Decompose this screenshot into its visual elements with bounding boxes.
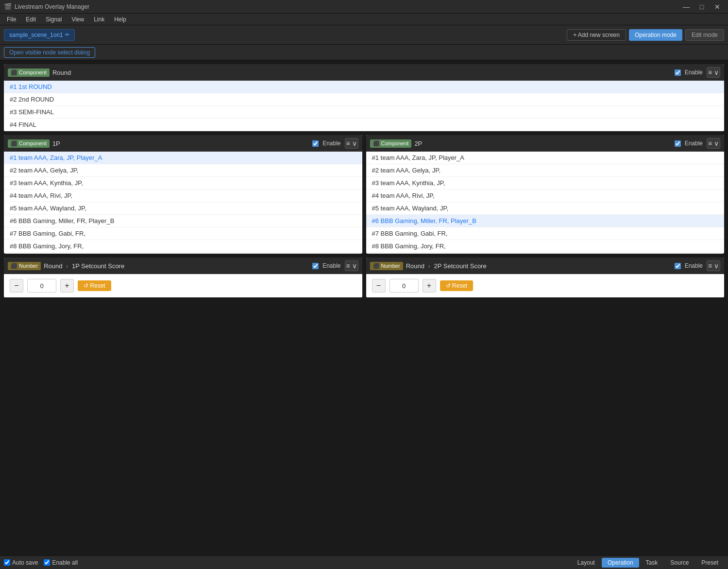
score2-increment-button[interactable]: + (423, 279, 436, 293)
list-item[interactable]: #6 BBB Gaming, Miller, FR, Player_B (366, 215, 725, 227)
score2-decrement-button[interactable]: − (372, 279, 386, 293)
score2-panel-controls: Enable ≡ ∨ (675, 260, 720, 271)
add-screen-button[interactable]: + Add new screen (567, 29, 626, 41)
player1-enable-label: Enable (322, 140, 340, 147)
menu-signal[interactable]: Signal (41, 15, 67, 24)
player1-panel-title: 1P (52, 140, 60, 147)
round-panel-header: ⬛ Component Round Enable ≡ ∨ (4, 64, 724, 81)
tab-task[interactable]: Task (640, 558, 664, 568)
menu-help[interactable]: Help (109, 15, 131, 24)
window-controls: — □ ✕ (679, 1, 724, 12)
player2-enable-checkbox[interactable] (675, 140, 681, 147)
player1-menu-button[interactable]: ≡ ∨ (345, 138, 358, 149)
player1-panel: ⬛ Component 1P Enable ≡ ∨ #1 team AAA, Z… (4, 135, 362, 254)
toolbar-right: + Add new screen Operation mode Edit mod… (567, 29, 724, 41)
maximize-button[interactable]: □ (695, 1, 709, 12)
score2-reset-button[interactable]: ↺ Reset (440, 280, 474, 291)
round-menu-button[interactable]: ≡ ∨ (707, 67, 720, 78)
close-button[interactable]: ✕ (711, 1, 724, 12)
score2-number-badge: ⬛ Number (370, 262, 403, 270)
list-item[interactable]: #6 BBB Gaming, Miller, FR, Player_B (4, 215, 362, 227)
list-item[interactable]: #9 BBB Gaming, Milicent, FR, (4, 253, 362, 254)
list-item[interactable]: #7 BBB Gaming, Gabi, FR, (4, 227, 362, 240)
secondary-toolbar: Open visible node select dialog (0, 45, 728, 60)
list-item[interactable]: #2 2nd ROUND (4, 93, 724, 106)
list-item[interactable]: #8 BBB Gaming, Jory, FR, (4, 240, 362, 253)
list-item[interactable]: #1 team AAA, Zara, JP, Player_A (366, 152, 725, 164)
operation-mode-button[interactable]: Operation mode (629, 29, 682, 41)
list-item[interactable]: #8 BBB Gaming, Jory, FR, (366, 240, 725, 253)
player2-menu-button[interactable]: ≡ ∨ (707, 138, 720, 149)
list-item[interactable]: #2 team AAA, Gelya, JP, (366, 164, 725, 177)
score2-menu-button[interactable]: ≡ ∨ (707, 260, 720, 271)
player1-panel-header: ⬛ Component 1P Enable ≡ ∨ (4, 135, 362, 152)
score2-panel: ⬛ Number Round › 2P Setcount Score Enabl… (366, 258, 725, 297)
score-panels: ⬛ Number Round › 1P Setcount Score Enabl… (4, 258, 724, 297)
list-item[interactable]: #5 team AAA, Wayland, JP, (4, 202, 362, 215)
list-item[interactable]: #2 team AAA, Gelya, JP, (4, 164, 362, 177)
tab-preset[interactable]: Preset (695, 558, 724, 568)
menu-view[interactable]: View (67, 15, 89, 24)
list-item[interactable]: #9 BBB Gaming, Milicent, FR, (366, 253, 725, 254)
player1-enable-checkbox[interactable] (312, 140, 319, 147)
round-panel-title: Round (52, 69, 71, 76)
score1-reset-button[interactable]: ↺ Reset (78, 280, 111, 291)
player2-panel-title: 2P (414, 140, 422, 147)
score2-controls: − + ↺ Reset (366, 274, 725, 297)
score1-panel: ⬛ Number Round › 1P Setcount Score Enabl… (4, 258, 362, 297)
score2-panel-header: ⬛ Number Round › 2P Setcount Score Enabl… (366, 258, 725, 274)
menu-edit[interactable]: Edit (21, 15, 41, 24)
menu-link[interactable]: Link (89, 15, 109, 24)
score2-enable-checkbox[interactable] (675, 263, 681, 269)
scene-name-label: sample_scene_1on1 (9, 32, 63, 38)
menu-file[interactable]: File (2, 15, 21, 24)
list-item[interactable]: #3 team AAA, Kynthia, JP, (4, 177, 362, 190)
number-icon: ⬛ (373, 263, 380, 269)
score1-controls: − + ↺ Reset (4, 274, 362, 297)
open-dialog-button[interactable]: Open visible node select dialog (4, 47, 95, 58)
round-panel: ⬛ Component Round Enable ≡ ∨ #1 1st ROUN… (4, 64, 724, 131)
round-list: #1 1st ROUND #2 2nd ROUND #3 SEMI-FINAL … (4, 81, 724, 131)
score1-enable-checkbox[interactable] (312, 263, 319, 269)
component-icon: ⬛ (11, 140, 17, 147)
player2-component-badge: ⬛ Component (370, 139, 412, 148)
tab-operation[interactable]: Operation (602, 558, 639, 568)
score1-decrement-button[interactable]: − (10, 279, 23, 293)
list-item[interactable]: #4 team AAA, Rivi, JP, (4, 190, 362, 202)
list-item[interactable]: #4 team AAA, Rivi, JP, (366, 190, 725, 202)
score1-increment-button[interactable]: + (60, 279, 74, 293)
player2-list: #1 team AAA, Zara, JP, Player_A #2 team … (366, 152, 725, 254)
enable-all-checkbox[interactable] (44, 559, 50, 566)
tab-source[interactable]: Source (664, 558, 694, 568)
main-content: ⬛ Component Round Enable ≡ ∨ #1 1st ROUN… (0, 60, 728, 301)
auto-save-label[interactable]: Auto save (4, 559, 38, 566)
minimize-button[interactable]: — (679, 1, 693, 12)
round-enable-checkbox[interactable] (675, 69, 681, 76)
score1-value-input[interactable] (27, 279, 56, 293)
score1-menu-button[interactable]: ≡ ∨ (345, 260, 358, 271)
player2-panel: ⬛ Component 2P Enable ≡ ∨ #1 team AAA, Z… (366, 135, 725, 254)
component-icon: ⬛ (373, 140, 380, 147)
enable-all-label[interactable]: Enable all (44, 559, 78, 566)
score2-enable-label: Enable (685, 262, 703, 269)
list-item[interactable]: #4 FINAL (4, 119, 724, 131)
list-item[interactable]: #1 1st ROUND (4, 81, 724, 93)
player1-panel-controls: Enable ≡ ∨ (312, 138, 358, 149)
list-item[interactable]: #5 team AAA, Wayland, JP, (366, 202, 725, 215)
list-item[interactable]: #1 team AAA, Zara, JP, Player_A (4, 152, 362, 164)
score1-number-badge: ⬛ Number (8, 262, 41, 270)
score2-value-input[interactable] (389, 279, 419, 293)
edit-mode-button[interactable]: Edit mode (685, 29, 724, 41)
list-item[interactable]: #7 BBB Gaming, Gabi, FR, (366, 227, 725, 240)
round-enable-label: Enable (685, 69, 703, 76)
status-left: Auto save Enable all (4, 559, 78, 566)
list-item[interactable]: #3 SEMI-FINAL (4, 106, 724, 119)
auto-save-checkbox[interactable] (4, 559, 10, 566)
list-item[interactable]: #3 team AAA, Kynthia, JP, (366, 177, 725, 190)
status-tabs: Layout Operation Task Source Preset (572, 558, 724, 568)
tab-layout[interactable]: Layout (572, 558, 601, 568)
player2-panel-header: ⬛ Component 2P Enable ≡ ∨ (366, 135, 725, 152)
scene-name-button[interactable]: sample_scene_1on1 ✏ (4, 29, 75, 41)
toolbar: sample_scene_1on1 ✏ + Add new screen Ope… (0, 25, 728, 45)
player-panels: ⬛ Component 1P Enable ≡ ∨ #1 team AAA, Z… (4, 135, 724, 254)
